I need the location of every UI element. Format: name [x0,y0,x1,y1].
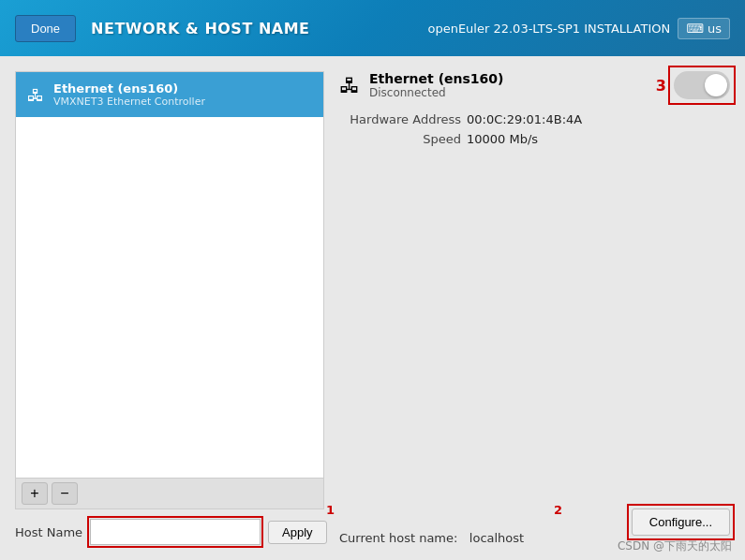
network-list-item[interactable]: 🖧 Ethernet (ens160) VMXNET3 Ethernet Con… [16,72,323,117]
eth-title-row: 🖧 Ethernet (ens160) Disconnected [339,71,503,99]
header-left: Done NETWORK & HOST NAME [15,15,310,42]
hostname-input[interactable] [90,519,261,545]
eth-status: Disconnected [369,86,503,99]
page-title: NETWORK & HOST NAME [91,20,309,37]
header-right: openEuler 22.03-LTS-SP1 INSTALLATION ⌨ u… [427,18,730,39]
eth-title-block: Ethernet (ens160) Disconnected [369,71,503,99]
annotation-1: 1 [326,503,335,517]
watermark: CSDN @下雨天的太阳 [618,538,732,554]
network-list: 🖧 Ethernet (ens160) VMXNET3 Ethernet Con… [15,71,324,479]
add-network-button[interactable]: + [22,482,48,505]
eth-header: 🖧 Ethernet (ens160) Disconnected 3 [339,71,730,99]
annotation-3: 3 [656,77,666,95]
hardware-address-value: 00:0C:29:01:4B:4A [467,112,582,126]
keyboard-icon: ⌨ [686,22,704,36]
current-hostname-value: localhost [469,531,524,545]
header: Done NETWORK & HOST NAME openEuler 22.03… [0,0,745,56]
hostname-label: Host Name [15,525,82,539]
hostname-row: Host Name Apply [15,519,324,545]
network-item-name: Ethernet (ens160) [53,81,205,96]
annotation-3-wrapper: 3 [656,71,730,99]
keyboard-layout[interactable]: ⌨ us [678,18,730,39]
configure-wrapper: Configure... [632,508,730,536]
apply-button[interactable]: Apply [268,521,327,544]
toggle-wrapper [674,71,730,99]
speed-row: Speed 10000 Mb/s [339,132,730,146]
done-button[interactable]: Done [15,15,76,42]
annotation-2: 2 [554,503,562,517]
toggle-knob [705,74,727,96]
hardware-address-row: Hardware Address 00:0C:29:01:4B:4A [339,112,730,126]
speed-value: 10000 Mb/s [467,132,538,146]
current-hostname-label: Current host name: localhost [339,531,524,545]
right-panel: 🖧 Ethernet (ens160) Disconnected 3 Hardw… [339,71,730,545]
right-panel-spacer [339,146,730,508]
network-icon: 🖧 [27,85,44,105]
main-content: 🖧 Ethernet (ens160) VMXNET3 Ethernet Con… [0,56,745,560]
speed-label: Speed [339,132,461,146]
eth-icon: 🖧 [339,74,360,97]
network-item-subtitle: VMXNET3 Ethernet Controller [53,96,205,108]
install-title: openEuler 22.03-LTS-SP1 INSTALLATION [427,22,670,36]
remove-network-button[interactable]: − [52,482,78,505]
configure-button[interactable]: Configure... [632,508,730,536]
left-panel: 🖧 Ethernet (ens160) VMXNET3 Ethernet Con… [15,71,324,545]
ethernet-toggle[interactable] [674,71,730,99]
current-hostname-prefix: Current host name: [339,531,457,545]
hardware-address-label: Hardware Address [339,112,461,126]
eth-title: Ethernet (ens160) [369,71,503,86]
eth-details: Hardware Address 00:0C:29:01:4B:4A Speed… [339,112,730,146]
list-controls: + − [15,479,324,509]
hostname-input-wrapper [90,519,261,545]
keyboard-layout-value: us [708,22,722,36]
network-item-text: Ethernet (ens160) VMXNET3 Ethernet Contr… [53,81,205,108]
